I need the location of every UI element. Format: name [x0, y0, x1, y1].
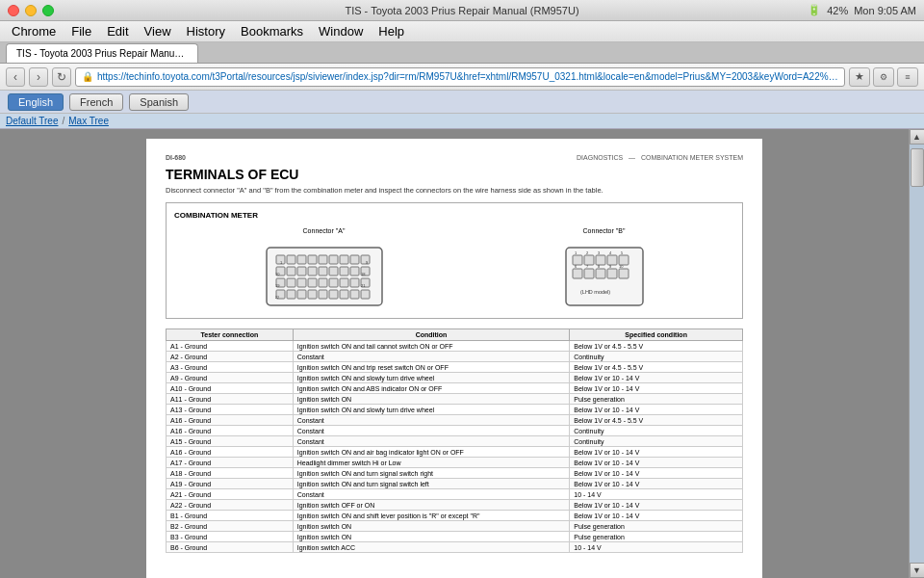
svg-rect-33 — [329, 290, 338, 299]
cell-11-0: A17 - Ground — [167, 458, 294, 468]
breadcrumb-item-max[interactable]: Max Tree — [68, 116, 109, 126]
cell-8-0: A16 - Ground — [167, 426, 294, 436]
cell-10-1: Ignition switch ON and air bag indicator… — [293, 447, 570, 458]
cell-8-1: Constant — [293, 426, 570, 436]
svg-rect-26 — [350, 278, 359, 287]
svg-rect-12 — [297, 267, 306, 276]
cell-17-2: Pulse generation — [570, 521, 743, 532]
minimize-button[interactable] — [25, 5, 37, 16]
svg-rect-23 — [319, 278, 327, 287]
cell-13-2: Below 1V or 10 - 14 V — [570, 479, 743, 489]
cell-9-0: A15 - Ground — [167, 436, 294, 447]
forward-button[interactable]: › — [29, 67, 48, 87]
cell-14-0: A21 - Ground — [167, 489, 294, 500]
svg-rect-16 — [340, 267, 348, 276]
svg-rect-7 — [340, 255, 348, 264]
table-row: A11 - GroundIgnition switch ONPulse gene… — [167, 394, 743, 405]
path-right: COMBINATION METER SYSTEM — [641, 154, 743, 161]
svg-rect-11 — [287, 267, 295, 276]
connector-a-diagram: 1 9 10 18 19 21 22 — [262, 238, 387, 310]
battery-level: 42% — [827, 5, 848, 16]
traffic-lights[interactable] — [8, 5, 54, 16]
page-path: DIAGNOSTICS — COMBINATION METER SYSTEM — [577, 154, 743, 161]
cell-11-2: Below 1V or 10 - 14 V — [570, 458, 743, 468]
cell-12-1: Ignition switch ON and turn signal switc… — [293, 468, 570, 479]
tab-main[interactable]: TIS - Toyota 2003 Prius Repair Manual (R… — [6, 43, 198, 63]
connector-a-label: Connector "A" — [262, 227, 387, 234]
refresh-button[interactable]: ↻ — [52, 67, 71, 87]
menu-window[interactable]: Window — [311, 21, 371, 42]
cell-6-2: Below 1V or 10 - 14 V — [570, 405, 743, 415]
svg-rect-50 — [573, 269, 582, 278]
close-button[interactable] — [8, 5, 19, 16]
svg-rect-54 — [619, 269, 629, 278]
cell-11-1: Headlight dimmer switch Hi or Low — [293, 458, 570, 468]
svg-rect-17 — [350, 267, 359, 276]
svg-text:22: 22 — [275, 296, 279, 300]
menu-history[interactable]: History — [179, 21, 233, 42]
nav-icon-2[interactable]: ≡ — [897, 67, 918, 87]
svg-rect-31 — [308, 290, 317, 299]
titlebar: TIS - Toyota 2003 Prius Repair Manual (R… — [0, 0, 924, 21]
menu-file[interactable]: File — [64, 21, 99, 42]
svg-rect-20 — [287, 278, 295, 287]
cell-17-1: Ignition switch ON — [293, 521, 570, 532]
scrollbar[interactable]: ▲ ▼ — [909, 129, 924, 578]
nav-right-buttons: ★ ⚙ ≡ — [849, 67, 918, 87]
scroll-up-button[interactable]: ▲ — [910, 129, 925, 144]
menu-edit[interactable]: Edit — [99, 21, 136, 42]
nav-icon-1[interactable]: ⚙ — [873, 67, 894, 87]
page-header: DI-680 DIAGNOSTICS — COMBINATION METER S… — [166, 154, 743, 161]
svg-rect-5 — [319, 255, 327, 264]
page-container[interactable]: DI-680 DIAGNOSTICS — COMBINATION METER S… — [0, 129, 909, 578]
navbar: ‹ › ↻ 🔒 https://techinfo.toyota.com/t3Po… — [0, 64, 924, 91]
svg-rect-34 — [340, 290, 348, 299]
lang-spanish[interactable]: Spanish — [129, 93, 189, 111]
menu-view[interactable]: View — [137, 21, 179, 42]
table-row: A18 - GroundIgnition switch ON and turn … — [167, 468, 743, 479]
connector-section-title: COMBINATION METER — [174, 211, 734, 220]
lang-french[interactable]: French — [69, 93, 123, 111]
svg-rect-4 — [308, 255, 317, 264]
connector-a-block: Connector "A" — [262, 227, 387, 310]
connector-section: COMBINATION METER Connector "A" — [166, 202, 743, 319]
menu-chrome[interactable]: Chrome — [4, 21, 64, 42]
cell-5-2: Pulse generation — [570, 394, 743, 405]
lang-english[interactable]: English — [8, 93, 64, 111]
breadcrumb-item-default[interactable]: Default Tree — [6, 116, 58, 126]
svg-rect-15 — [329, 267, 338, 276]
back-button[interactable]: ‹ — [6, 67, 25, 87]
url-text: https://techinfo.toyota.com/t3Portal/res… — [97, 71, 838, 82]
cell-7-1: Constant — [293, 415, 570, 426]
svg-rect-6 — [329, 255, 338, 264]
cell-16-0: B1 - Ground — [167, 511, 294, 521]
cell-5-0: A11 - Ground — [167, 394, 294, 405]
cell-3-2: Below 1V or 10 - 14 V — [570, 373, 743, 383]
svg-text:19: 19 — [275, 283, 280, 288]
svg-rect-8 — [350, 255, 359, 264]
svg-rect-35 — [350, 290, 359, 299]
maximize-button[interactable] — [42, 5, 54, 16]
cell-18-2: Pulse generation — [570, 532, 743, 542]
bookmark-star-button[interactable]: ★ — [849, 67, 870, 87]
cell-6-1: Ignition switch ON and slowly turn drive… — [293, 405, 570, 415]
menu-bookmarks[interactable]: Bookmarks — [233, 21, 311, 42]
cell-3-0: A9 - Ground — [167, 373, 294, 383]
table-row: A13 - GroundIgnition switch ON and slowl… — [167, 405, 743, 415]
cell-10-2: Below 1V or 10 - 14 V — [570, 447, 743, 458]
cell-0-0: A1 - Ground — [167, 341, 294, 352]
address-bar[interactable]: 🔒 https://techinfo.toyota.com/t3Portal/r… — [75, 67, 845, 87]
cell-1-1: Constant — [293, 352, 570, 362]
scroll-down-button[interactable]: ▼ — [910, 563, 925, 578]
cell-6-0: A13 - Ground — [167, 405, 294, 415]
svg-text:21: 21 — [361, 283, 366, 288]
svg-rect-25 — [340, 278, 348, 287]
cell-16-2: Below 1V or 10 - 14 V — [570, 511, 743, 521]
battery-icon: 🔋 — [808, 4, 821, 16]
menu-help[interactable]: Help — [371, 21, 412, 42]
table-row: B6 - GroundIgnition switch ACC10 - 14 V — [167, 542, 743, 553]
cell-2-1: Ignition switch ON and trip reset switch… — [293, 362, 570, 373]
cell-4-1: Ignition switch ON and ABS indicator ON … — [293, 383, 570, 394]
scroll-track[interactable] — [910, 144, 924, 563]
scroll-thumb[interactable] — [911, 148, 924, 187]
